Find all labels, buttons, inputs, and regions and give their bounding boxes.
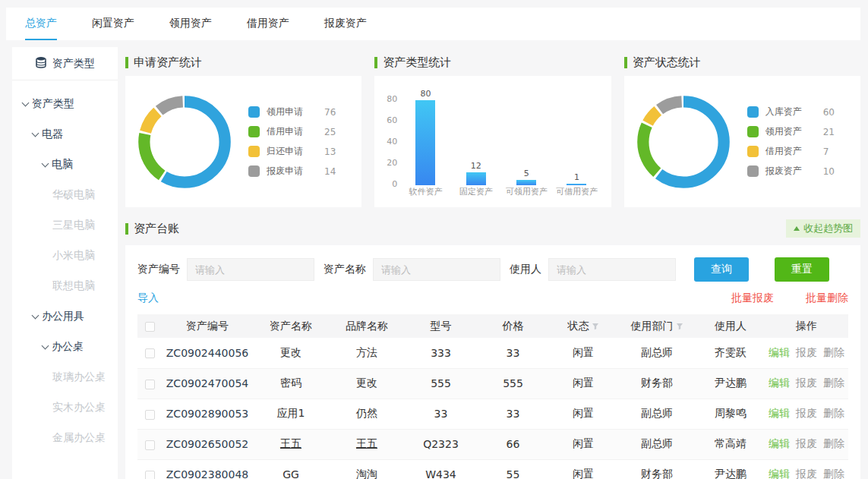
search-field-label: 使用人 (510, 263, 541, 276)
row-checkbox[interactable] (145, 440, 155, 450)
column-header-dept[interactable]: 使用部门 (617, 314, 696, 338)
chevron-down-icon (22, 99, 30, 107)
search-fields: 资产编号资产名称使用人 (137, 258, 685, 281)
legend-swatch (747, 165, 759, 177)
batch-link-批量报废[interactable]: 批量报废 (731, 291, 774, 304)
column-header-status[interactable]: 状态 (549, 314, 617, 338)
search-input-3[interactable] (548, 258, 676, 281)
bar (516, 180, 536, 185)
tree-item-玻璃办公桌[interactable]: 玻璃办公桌 (12, 361, 118, 392)
action-报废[interactable]: 报废 (796, 346, 817, 358)
legend-label: 报废资产 (765, 165, 813, 178)
y-tick-0: 0 (392, 179, 397, 189)
batch-action-links: 批量报废批量删除 (699, 291, 848, 305)
action-编辑[interactable]: 编辑 (769, 407, 790, 419)
row-select-cell (137, 368, 162, 399)
search-input-2[interactable] (373, 258, 500, 281)
section-title-bar (125, 57, 128, 68)
legend-value: 10 (823, 166, 835, 177)
cell-code: ZC0902380048 (162, 459, 253, 479)
cell-actions: 编辑报废删除 (765, 399, 848, 429)
chart-section-type: 资产类型统计 020406080 80软件资产12固定资产5可领用资产1可借用资… (374, 47, 611, 207)
tree-item-办公桌[interactable]: 办公桌 (12, 331, 118, 361)
tree-item-办公用具[interactable]: 办公用具 (12, 301, 118, 331)
type-bar-chart: 020406080 80软件资产12固定资产5可领用资产1可借用资产 (380, 85, 601, 200)
cell-status: 闲置 (549, 429, 617, 459)
row-checkbox[interactable] (145, 410, 155, 420)
tree-item-华硕电脑[interactable]: 华硕电脑 (12, 179, 118, 210)
tab-1[interactable]: 总资产 (25, 8, 57, 40)
column-header-label: 价格 (503, 320, 524, 332)
search-input-1[interactable] (187, 258, 314, 281)
tree-item-label: 办公用具 (42, 310, 84, 322)
bar-chart-bars: 80软件资产12固定资产5可领用资产1可借用资产 (400, 85, 601, 200)
reset-button[interactable]: 重置 (775, 257, 829, 282)
tree-item-金属办公桌[interactable]: 金属办公桌 (12, 422, 118, 452)
action-删除[interactable]: 删除 (823, 437, 844, 449)
action-报废[interactable]: 报废 (796, 407, 817, 419)
tree-item-资产类型[interactable]: 资产类型 (12, 88, 118, 118)
sidebar: 资产类型 资产类型电器电脑华硕电脑三星电脑小米电脑联想电脑办公用具办公桌玻璃办公… (12, 47, 118, 479)
select-all-checkbox[interactable] (145, 322, 155, 332)
section-title-ledger: 资产台账 (125, 222, 179, 235)
tab-3[interactable]: 领用资产 (169, 8, 212, 40)
tree-item-实木办公桌[interactable]: 实木办公桌 (12, 392, 118, 422)
action-编辑[interactable]: 编辑 (769, 346, 790, 358)
tree-item-三星电脑[interactable]: 三星电脑 (12, 210, 118, 240)
cell-model: 555 (405, 368, 477, 399)
collapse-trend-button[interactable]: 收起趋势图 (786, 219, 860, 238)
tab-2[interactable]: 闲置资产 (92, 8, 134, 40)
filter-icon[interactable] (676, 320, 683, 332)
action-编辑[interactable]: 编辑 (769, 437, 790, 449)
batch-link-批量删除[interactable]: 批量删除 (806, 291, 848, 304)
sidebar-title: 资产类型 (52, 57, 95, 71)
collapse-trend-label: 收起趋势图 (803, 222, 853, 235)
action-报废[interactable]: 报废 (796, 437, 817, 449)
legend-row-借用资产: 借用资产7 (747, 142, 835, 162)
database-icon (35, 56, 47, 71)
tree-item-电器[interactable]: 电器 (12, 118, 118, 149)
cell-price: 555 (477, 368, 549, 399)
action-删除[interactable]: 删除 (823, 377, 844, 389)
action-删除[interactable]: 删除 (823, 346, 844, 358)
import-link[interactable]: 导入 (137, 291, 159, 305)
tree-item-电脑[interactable]: 电脑 (12, 149, 118, 179)
tree-item-label: 金属办公桌 (52, 431, 106, 443)
row-checkbox[interactable] (145, 348, 155, 358)
status-donut-legend: 入库资产60领用资产21借用资产7报废资产10 (747, 102, 835, 181)
cell-user: 尹达鹏 (696, 459, 765, 479)
tree-item-联想电脑[interactable]: 联想电脑 (12, 270, 118, 301)
tab-5[interactable]: 报废资产 (324, 8, 367, 40)
action-报废[interactable]: 报废 (796, 377, 817, 389)
tree-item-小米电脑[interactable]: 小米电脑 (12, 240, 118, 270)
section-title-text: 资产台账 (134, 222, 179, 236)
action-编辑[interactable]: 编辑 (769, 468, 790, 479)
filter-icon[interactable] (592, 320, 599, 332)
action-删除[interactable]: 删除 (823, 407, 844, 419)
tab-4[interactable]: 借用资产 (247, 8, 289, 40)
cell-dept: 副总师 (617, 429, 696, 459)
query-button[interactable]: 查询 (694, 257, 749, 282)
category-tree: 资产类型电器电脑华硕电脑三星电脑小米电脑联想电脑办公用具办公桌玻璃办公桌实木办公… (12, 80, 118, 452)
legend-value: 14 (324, 166, 336, 177)
section-title-text: 资产状态统计 (633, 55, 701, 70)
y-tick-20: 20 (387, 158, 397, 168)
cell-brand: 王五 (329, 429, 405, 459)
row-checkbox[interactable] (145, 380, 155, 389)
section-title-text: 申请资产统计 (134, 55, 202, 70)
action-编辑[interactable]: 编辑 (769, 377, 790, 389)
bar-category-label: 可借用资产 (556, 185, 598, 200)
row-checkbox[interactable] (145, 471, 155, 479)
column-header-code: 资产编号 (162, 314, 253, 338)
action-删除[interactable]: 删除 (823, 468, 844, 479)
bar (415, 100, 435, 185)
column-header-label: 资产编号 (186, 320, 229, 332)
action-报废[interactable]: 报废 (796, 468, 817, 479)
y-tick-40: 40 (387, 137, 397, 147)
legend-swatch (747, 146, 759, 157)
bar-group-可借用资产: 1可借用资产 (551, 85, 601, 200)
table-row: ZC0902470054密码更改555555闲置财务部尹达鹏编辑报废删除 (137, 368, 848, 399)
cell-dept: 财务部 (617, 459, 696, 479)
column-header-label: 品牌名称 (346, 320, 388, 332)
tree-item-label: 实木办公桌 (52, 401, 106, 413)
